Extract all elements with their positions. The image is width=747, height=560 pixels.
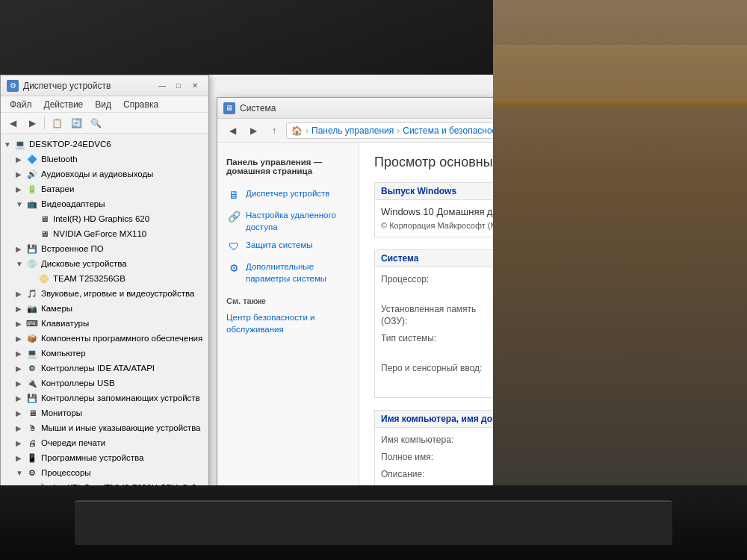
expand-icon: ▶ xyxy=(16,379,26,388)
tree-item[interactable]: ▶📱Программные устройства xyxy=(1,450,208,465)
pen-label: Перо и сенсорный ввод: xyxy=(381,362,493,388)
back-nav-button[interactable]: ◀ xyxy=(223,122,241,139)
sysinfo-window-icon: 🖥 xyxy=(223,102,235,114)
device-tree[interactable]: ▼💻DESKTOP-24EDVC6▶🔷Bluetooth▶🔊Аудиовходы… xyxy=(1,134,208,500)
desc-label: Описание: xyxy=(381,468,493,481)
tree-item[interactable]: ▼💻DESKTOP-24EDVC6 xyxy=(1,137,208,152)
expand-icon: ▼ xyxy=(16,469,26,477)
expand-icon: ▶ xyxy=(16,439,26,447)
expand-icon: ▶ xyxy=(16,245,26,253)
type-row: Тип системы: 64-разрядная операционная с… xyxy=(381,332,493,358)
protection-link-icon: 🛡 xyxy=(226,240,241,255)
tree-item[interactable]: ▶🔋Батареи xyxy=(1,181,208,196)
address-bar: ◀ ▶ ↑ 🏠 › Панель управления › Система и … xyxy=(217,119,493,143)
sidebar-security-label: Центр безопасности и обслуживания xyxy=(226,311,350,335)
ram-label: Установленная память (ОЗУ): xyxy=(381,303,493,329)
expand-icon: ▶ xyxy=(16,320,26,328)
tree-item[interactable]: 🖥NVIDIA GeForce MX110 xyxy=(1,226,208,241)
expand-icon: ▶ xyxy=(16,409,26,417)
close-button[interactable]: ✕ xyxy=(187,80,202,92)
tree-item[interactable]: ▶📷Камеры xyxy=(1,301,208,316)
tree-item[interactable]: ▶💻Компьютер xyxy=(1,346,208,361)
breadcrumb-cp[interactable]: Панель управления xyxy=(311,125,394,136)
tree-item[interactable]: ▶📦Компоненты программного обеспечения xyxy=(1,331,208,346)
item-label: Компоненты программного обеспечения xyxy=(41,334,205,343)
type-label: Тип системы: xyxy=(381,332,493,358)
sidebar-remote-link[interactable]: 🔗 Настройка удаленного доступа xyxy=(217,206,359,236)
item-icon: ⚙ xyxy=(26,467,38,478)
update-button[interactable]: 🔄 xyxy=(67,115,85,131)
item-label: Мониторы xyxy=(41,408,205,417)
item-icon: 📱 xyxy=(26,452,38,463)
scan-button[interactable]: 🔍 xyxy=(87,115,105,131)
devmgr-link-icon: 🖥 xyxy=(226,188,241,203)
breadcrumb-arrow1: › xyxy=(306,125,309,136)
menu-help[interactable]: Справка xyxy=(117,98,164,111)
tree-item[interactable]: ▶🔊Аудиовходы и аудиовыходы xyxy=(1,167,208,181)
ram-row: Установленная память (ОЗУ): 4,00 ГБ (3,8… xyxy=(381,303,493,329)
sysinfo-titlebar-left: 🖥 Система xyxy=(223,102,276,114)
menu-view[interactable]: Вид xyxy=(89,98,117,111)
item-label: Аудиовходы и аудиовыходы xyxy=(41,169,205,178)
tree-item[interactable]: ▶⚙Контроллеры IDE ATA/ATAPI xyxy=(1,361,208,376)
menu-file[interactable]: Файл xyxy=(4,98,38,111)
tree-item[interactable]: ▶💾Встроенное ПО xyxy=(1,241,208,256)
item-icon: 🖥 xyxy=(38,214,50,224)
system-section: Система Процессор: Intel(R) Core(TM) i3-… xyxy=(374,249,493,398)
menu-action[interactable]: Действие xyxy=(38,98,90,111)
minimize-button[interactable]: — xyxy=(155,80,170,92)
item-icon: 📦 xyxy=(26,333,38,343)
tree-item[interactable]: 📀TEAM T253256GB xyxy=(1,271,208,286)
breadcrumb-security[interactable]: Система и безопасность xyxy=(403,125,493,136)
windows-edition-value: Windows 10 Домашняя для одного языка xyxy=(381,206,493,217)
remote-link-icon: 🔗 xyxy=(226,210,241,225)
fullname-row: Полное имя: DESKTOP-24EDVC6 xyxy=(381,451,493,464)
item-icon: 🖥 xyxy=(38,228,50,239)
tree-item[interactable]: ▶🎵Звуковые, игровые и видеоустройства xyxy=(1,286,208,301)
expand-icon: ▶ xyxy=(16,349,26,358)
sidebar-security-center-link[interactable]: Центр безопасности и обслуживания xyxy=(217,308,359,338)
expand-icon: ▶ xyxy=(16,424,26,432)
processor-label: Процессор: xyxy=(381,273,493,299)
tree-item[interactable]: ▶⌨Клавиатуры xyxy=(1,316,208,331)
properties-button[interactable]: 📋 xyxy=(48,115,66,131)
tree-item[interactable]: ▶🔌Контроллеры USB xyxy=(1,376,208,391)
item-icon: 📷 xyxy=(26,303,38,314)
breadcrumb[interactable]: 🏠 › Панель управления › Система и безопа… xyxy=(286,122,493,139)
titlebar-left: ⚙ Диспетчер устройств xyxy=(7,80,111,92)
item-label: Компьютер xyxy=(41,349,205,358)
tree-item[interactable]: ▶💾Контроллеры запоминающих устройств xyxy=(1,391,208,405)
tree-item[interactable]: ▶🖥Мониторы xyxy=(1,405,208,420)
forward-nav-button[interactable]: ▶ xyxy=(244,122,262,139)
processor-row: Процессор: Intel(R) Core(TM) i3-7020U CP… xyxy=(381,273,493,299)
tree-item[interactable]: ▶🖨Очереди печати xyxy=(1,435,208,450)
toolbar-sep xyxy=(44,116,45,130)
item-icon: 📀 xyxy=(38,273,50,284)
back-button[interactable]: ◀ xyxy=(4,115,22,131)
tree-item[interactable]: ▼⚙Процессоры xyxy=(1,465,208,480)
computer-name-row: Имя компьютера: DESKTOP-24EDVC6 xyxy=(381,434,493,447)
sysinfo-body: Панель управления — домашняя страница 🖥 … xyxy=(217,143,493,537)
tree-item[interactable]: 🖥Intel(R) HD Graphics 620 xyxy=(1,211,208,226)
sidebar-devmgr-label: Диспетчер устройств xyxy=(246,187,329,199)
tree-item[interactable]: ▼📺Видеоадаптеры xyxy=(1,196,208,211)
tree-item[interactable]: ▶🔷Bluetooth xyxy=(1,152,208,167)
up-nav-button[interactable]: ↑ xyxy=(265,122,283,139)
system-section-content: Процессор: Intel(R) Core(TM) i3-7020U CP… xyxy=(375,267,493,397)
page-heading: Просмотр основных сведений о вашем компь… xyxy=(374,155,493,170)
expand-icon: ▶ xyxy=(16,185,26,193)
sidebar-advanced-label: Дополнительные параметры системы xyxy=(246,261,350,284)
system-section-header: Система xyxy=(375,250,493,267)
item-label: Очереди печати xyxy=(41,438,205,447)
sidebar-advanced-link[interactable]: ⚙ Дополнительные параметры системы xyxy=(217,258,359,287)
device-manager-window: ⚙ Диспетчер устройств — □ ✕ Файл Действи… xyxy=(0,75,209,500)
forward-button[interactable]: ▶ xyxy=(23,115,41,131)
expand-icon: ▼ xyxy=(4,140,14,149)
tree-item[interactable]: ▶🖱Мыши и иные указывающие устройства xyxy=(1,420,208,435)
item-icon: 💾 xyxy=(26,393,38,403)
tree-item[interactable]: ▼💿Дисковые устройства xyxy=(1,256,208,271)
sidebar-devmgr-link[interactable]: 🖥 Диспетчер устройств xyxy=(217,184,359,206)
desc-row: Описание: xyxy=(381,468,493,481)
sidebar-protection-link[interactable]: 🛡 Защита системы xyxy=(217,236,359,258)
maximize-button[interactable]: □ xyxy=(171,80,186,92)
